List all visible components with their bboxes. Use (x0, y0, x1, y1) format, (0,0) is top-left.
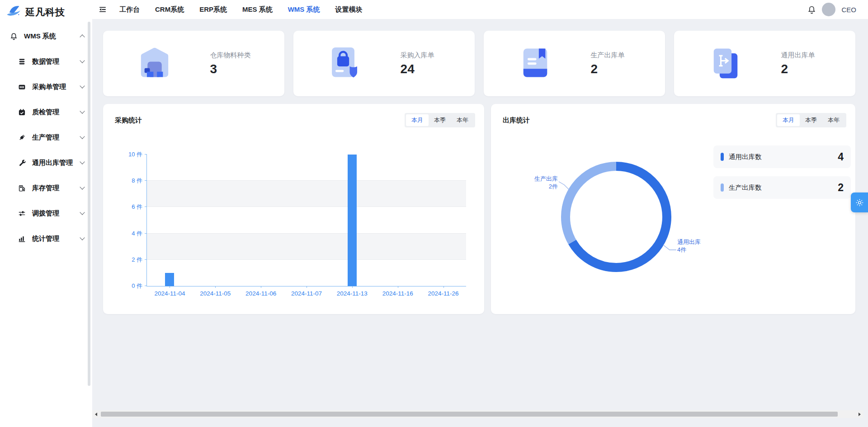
nav-item-erp[interactable]: ERP系统 (199, 5, 227, 14)
sidebar-item-label: 采购单管理 (32, 83, 80, 91)
outbound-stats-panel: 出库统计 本月 本季 本年 生产出库 2件 (491, 104, 855, 314)
stats-row: 仓库物料种类 3 采购入库单 24 (103, 31, 855, 96)
plot-band (147, 207, 466, 233)
bar-chart-icon (18, 235, 27, 243)
tab-this-quarter[interactable]: 本季 (429, 114, 451, 126)
chevron-down-icon (80, 134, 85, 139)
production-book-icon (516, 44, 554, 84)
menu-fold-icon[interactable] (99, 5, 107, 14)
x-axis-tick-label: 2024-11-06 (245, 290, 276, 297)
tab-this-month[interactable]: 本月 (406, 114, 429, 126)
stat-text: 生产出库单 2 (591, 51, 625, 76)
x-axis-tick-label: 2024-11-13 (337, 290, 368, 297)
user-avatar[interactable] (822, 3, 835, 16)
horizontal-scrollbar-thumb[interactable] (101, 412, 838, 417)
y-axis-tick-mark (145, 286, 147, 286)
x-axis-tick-mark (443, 286, 444, 288)
topbar-right: CEO (807, 3, 856, 16)
legend-marker (721, 153, 724, 161)
legend-label: 通用出库数 (729, 153, 762, 161)
sidebar-item-wms-root[interactable]: WMS 系统 (0, 23, 92, 49)
brand: 延凡科技 (0, 0, 92, 20)
sidebar-vertical-scrollbar-thumb[interactable] (88, 22, 90, 386)
sidebar-item-purchase-mgmt[interactable]: 采购单管理 (0, 74, 92, 99)
sidebar-item-label: 质检管理 (32, 108, 80, 117)
x-axis-tick-mark (307, 286, 307, 288)
database-icon (18, 58, 27, 66)
scroll-right-arrow[interactable] (856, 410, 863, 418)
y-axis-tick-mark (145, 154, 147, 155)
stat-card-production-outbound: 生产出库单 2 (484, 31, 665, 96)
sidebar-item-label: 生产管理 (32, 133, 80, 142)
stat-card-purchase-inbound: 采购入库单 24 (293, 31, 475, 96)
y-axis-tick-label: 6 件 (132, 203, 142, 211)
purchase-bag-icon (326, 44, 364, 84)
user-name: CEO (841, 6, 856, 14)
y-axis-tick-label: 8 件 (132, 177, 142, 185)
x-axis-tick-mark (352, 286, 353, 288)
stat-label: 仓库物料种类 (210, 51, 251, 60)
chevron-down-icon (80, 235, 85, 240)
plot-band (147, 234, 466, 260)
legend-value: 2 (838, 182, 844, 194)
stat-text: 采购入库单 24 (401, 51, 434, 76)
sidebar-item-general-outbound-mgmt[interactable]: 通用出库管理 (0, 150, 92, 175)
bar (348, 155, 357, 286)
donut-label-production: 生产出库 2件 (505, 175, 558, 191)
stat-value: 2 (781, 62, 815, 76)
legend-value: 4 (838, 151, 844, 163)
nav-item-crm[interactable]: CRM系统 (155, 5, 184, 14)
x-axis-tick-mark (261, 286, 261, 288)
wrench-icon (18, 159, 27, 167)
charts-row: 采购统计 本月 本季 本年 0 件2 件4 件6 件8 件10 件2024-11… (103, 104, 855, 314)
brand-name: 延凡科技 (25, 6, 65, 19)
tab-this-month[interactable]: 本月 (777, 114, 800, 126)
plot-band (147, 260, 466, 286)
bar-chart-plot: 0 件2 件4 件6 件8 件10 件2024-11-042024-11-052… (146, 155, 466, 286)
legend-row-production-outbound: 生产出库数 2 (713, 176, 851, 199)
sidebar-item-qc-mgmt[interactable]: 质检管理 (0, 99, 92, 125)
sidebar-item-label: 调拨管理 (32, 209, 80, 218)
y-axis-tick-mark (145, 233, 147, 234)
notification-bell-icon[interactable] (807, 5, 816, 14)
y-axis-tick-mark (145, 180, 147, 181)
sidebar-item-stats-mgmt[interactable]: 统计管理 (0, 226, 92, 251)
topbar: 工作台 CRM系统 ERP系统 MES 系统 WMS 系统 设置模块 CEO (92, 0, 868, 19)
gear-icon (855, 198, 864, 207)
stat-card-general-outbound: 通用出库单 2 (674, 31, 855, 96)
sliders-icon (18, 210, 27, 217)
tab-this-quarter[interactable]: 本季 (800, 114, 822, 126)
y-axis-tick-label: 4 件 (132, 230, 142, 238)
donut-label-general: 通用出库 4件 (677, 239, 701, 254)
nav-item-wms[interactable]: WMS 系统 (288, 5, 320, 14)
y-axis-tick-label: 2 件 (132, 256, 142, 264)
brand-logo-icon (6, 5, 21, 20)
plot-band (147, 155, 466, 181)
x-axis-tick-mark (170, 286, 170, 288)
legend-row-general-outbound: 通用出库数 4 (713, 145, 851, 168)
legend-marker (721, 183, 724, 192)
scroll-left-arrow[interactable] (92, 410, 100, 418)
sidebar-item-production-mgmt[interactable]: 生产管理 (0, 125, 92, 150)
sidebar-item-data-mgmt[interactable]: 数据管理 (0, 49, 92, 74)
horizontal-scrollbar-track[interactable] (100, 412, 856, 417)
nav-item-mes[interactable]: MES 系统 (242, 5, 273, 14)
tab-this-year[interactable]: 本年 (451, 114, 474, 126)
sidebar-item-inventory-mgmt[interactable]: 库存管理 (0, 175, 92, 201)
nav-item-workbench[interactable]: 工作台 (119, 5, 140, 14)
tab-this-year[interactable]: 本年 (822, 114, 845, 126)
x-axis-tick-label: 2024-11-16 (382, 290, 413, 297)
horizontal-scrollbar (92, 410, 863, 418)
gridline (147, 233, 466, 234)
x-axis-tick-label: 2024-11-07 (291, 290, 322, 297)
donut-ring (546, 147, 686, 287)
chevron-down-icon (80, 159, 85, 164)
sidebar-item-label: 库存管理 (32, 184, 80, 192)
settings-fab[interactable] (851, 192, 868, 212)
sidebar-item-transfer-mgmt[interactable]: 调拨管理 (0, 201, 92, 226)
chevron-up-icon (80, 34, 85, 39)
nav-item-settings[interactable]: 设置模块 (335, 5, 363, 14)
plug-icon (18, 134, 27, 141)
bell-icon (10, 33, 19, 40)
legend-label: 生产出库数 (729, 183, 762, 192)
